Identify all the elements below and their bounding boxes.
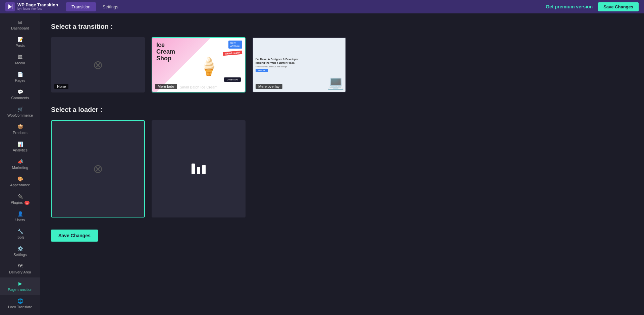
sidebar-item-products[interactable]: 📦 Products [0, 121, 40, 138]
plugins-icon: 🔌 [17, 194, 23, 199]
save-changes-button-top[interactable]: Save Changes [598, 2, 639, 11]
transition-card-mere-overlay[interactable]: I'm Dave, A Designer & DeveloperMaking t… [252, 37, 346, 92]
sidebar-item-media[interactable]: 🖼 Media [0, 51, 40, 68]
transition-label-mere-fade: Mere fade [155, 84, 177, 89]
page-transition-icon: ▶ [18, 281, 22, 286]
layout: ⊞ Dashboard 📝 Posts 🖼 Media 📄 Pages 💬 Co… [0, 13, 644, 315]
sidebar-item-loco-translate[interactable]: 🌐 Loco Translate [0, 295, 40, 312]
sidebar-label-marketing: Marketing [12, 166, 28, 170]
sidebar-label-appearance: Appearance [10, 183, 30, 187]
sidebar-label-delivery-area: Delivery Area [9, 270, 31, 274]
transition-sublabel-mere-fade: Small Batch Ice Cream [180, 85, 217, 89]
delivery-area-icon: 🗺 [18, 263, 22, 269]
transition-cards-row: ⊗ None IceCreamShop NEWARRIVAL Made Loca… [51, 37, 633, 92]
tools-icon: 🔧 [17, 229, 23, 234]
overlay-device-icon: 💻 [327, 75, 344, 90]
woocommerce-icon: 🛒 [17, 107, 23, 112]
ice-cream-badge: NEWARRIVAL [228, 41, 242, 49]
premium-link[interactable]: Get premium version [546, 4, 593, 9]
marketing-icon: 📣 [17, 159, 23, 164]
save-changes-button-bottom[interactable]: Save Changes [51, 230, 98, 242]
sidebar-label-plugins: Plugins 1 [11, 200, 30, 204]
sidebar-item-appearance[interactable]: 🎨 Appearance [0, 173, 40, 190]
logo-main-text: WP Page Transition [17, 3, 58, 7]
sidebar-label-pages: Pages [15, 78, 25, 82]
sidebar-item-marketing[interactable]: 📣 Marketing [0, 155, 40, 173]
sidebar-label-tools: Tools [16, 235, 24, 239]
transition-section-title: Select a transition : [51, 23, 633, 30]
sidebar-item-analytics[interactable]: 📊 Analytics [0, 138, 40, 155]
bar-3 [202, 165, 206, 174]
sidebar-item-delivery-area[interactable]: 🗺 Delivery Area [0, 260, 40, 277]
loco-translate-icon: 🌐 [17, 298, 23, 304]
posts-icon: 📝 [17, 37, 23, 42]
sidebar-item-settings[interactable]: ⚙️ Settings [0, 243, 40, 260]
plugins-badge: 1 [24, 201, 30, 205]
sidebar: ⊞ Dashboard 📝 Posts 🖼 Media 📄 Pages 💬 Co… [0, 13, 40, 315]
comments-icon: 💬 [17, 89, 23, 94]
analytics-icon: 📊 [17, 141, 23, 147]
media-icon: 🖼 [18, 54, 22, 60]
dashboard-icon: ⊞ [18, 19, 22, 25]
svg-marker-0 [8, 4, 12, 9]
sidebar-label-comments: Comments [11, 96, 29, 100]
overlay-title-text: I'm Dave, A Designer & DeveloperMaking t… [256, 58, 299, 65]
bar-2 [197, 167, 200, 174]
sidebar-item-users[interactable]: 👤 Users [0, 208, 40, 225]
top-bar-right: Get premium version Save Changes [546, 2, 639, 11]
sidebar-item-pages[interactable]: 📄 Pages [0, 68, 40, 86]
overlay-button: Hire Me [256, 69, 268, 72]
logo-text: WP Page Transition by Fluent Interface [17, 3, 58, 11]
settings-icon: ⚙️ [17, 246, 23, 251]
sidebar-item-tools[interactable]: 🔧 Tools [0, 225, 40, 243]
loader-cards-row: ⊗ [51, 120, 633, 217]
overlay-subtitle: Professional & creative web design [256, 66, 287, 68]
loader-section-title: Select a loader : [51, 106, 633, 114]
products-icon: 📦 [17, 124, 23, 129]
logo-icon [5, 2, 15, 11]
sidebar-label-loco-translate: Loco Translate [8, 305, 32, 309]
bars-loader [192, 164, 206, 174]
top-bar: WP Page Transition by Fluent Interface T… [0, 0, 644, 13]
none-x-icon: ⊗ [93, 58, 103, 72]
sidebar-label-media: Media [15, 61, 25, 65]
sidebar-item-dashboard[interactable]: ⊞ Dashboard [0, 16, 40, 34]
transition-card-none[interactable]: ⊗ None [51, 37, 145, 92]
ice-cream-text: IceCreamShop [156, 42, 175, 62]
sidebar-item-collapse[interactable]: ◀ Collapse menu [0, 312, 40, 315]
loader-none-x-icon: ⊗ [93, 162, 103, 176]
sidebar-label-dashboard: Dashboard [11, 26, 29, 30]
pages-icon: 📄 [17, 72, 23, 77]
sidebar-label-products: Products [13, 131, 27, 135]
sidebar-label-page-transition: Page transition [8, 288, 32, 292]
sidebar-label-users: Users [15, 218, 25, 222]
transition-label-mere-overlay: Mere overlay [256, 84, 282, 89]
appearance-icon: 🎨 [17, 176, 23, 182]
sidebar-label-settings: Settings [13, 253, 27, 257]
sidebar-label-posts: Posts [15, 44, 25, 48]
tab-settings[interactable]: Settings [97, 2, 124, 11]
transition-label-none: None [54, 84, 68, 89]
logo: WP Page Transition by Fluent Interface [5, 2, 58, 11]
ice-cream-made: Made Locally! [222, 50, 242, 56]
overlay-inner: I'm Dave, A Designer & DeveloperMaking t… [253, 55, 345, 75]
sidebar-label-woocommerce: WooCommerce [7, 113, 33, 117]
ice-cream-cone: 🍦 [198, 56, 220, 77]
logo-sub-text: by Fluent Interface [17, 7, 58, 11]
top-nav: Transition Settings [66, 2, 124, 11]
sidebar-item-page-transition[interactable]: ▶ Page transition [0, 277, 40, 295]
ice-cream-btn: Order Now [224, 77, 241, 82]
users-icon: 👤 [17, 211, 23, 216]
bar-1 [192, 164, 195, 174]
sidebar-item-plugins[interactable]: 🔌 Plugins 1 [0, 190, 40, 208]
sidebar-item-woocommerce[interactable]: 🛒 WooCommerce [0, 103, 40, 121]
svg-rect-1 [12, 4, 12, 9]
sidebar-label-analytics: Analytics [13, 148, 28, 152]
sidebar-item-comments[interactable]: 💬 Comments [0, 86, 40, 103]
loader-card-none[interactable]: ⊗ [51, 120, 145, 217]
transition-card-mere-fade[interactable]: IceCreamShop NEWARRIVAL Made Locally! 🍦 … [152, 37, 246, 92]
loader-card-bars[interactable] [152, 120, 246, 217]
sidebar-item-posts[interactable]: 📝 Posts [0, 34, 40, 51]
tab-transition[interactable]: Transition [66, 2, 96, 11]
main-content: Select a transition : ⊗ None IceCreamSho… [40, 13, 644, 315]
